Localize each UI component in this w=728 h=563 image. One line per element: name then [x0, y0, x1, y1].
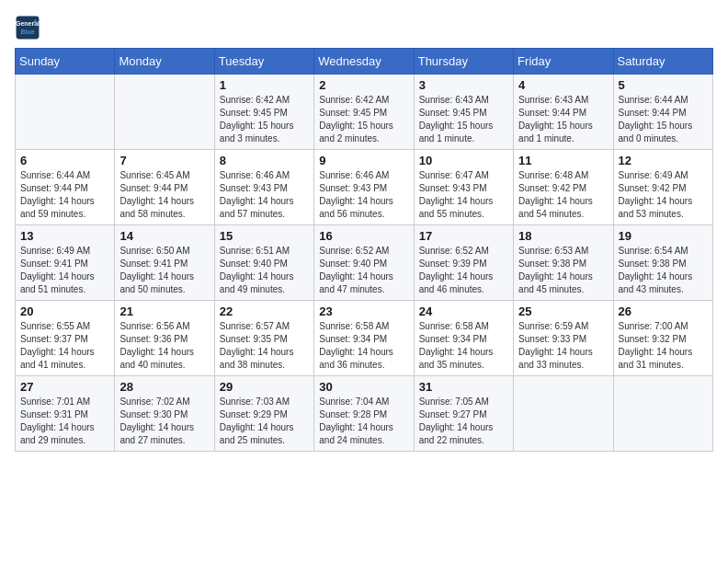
calendar-week-row: 27Sunrise: 7:01 AMSunset: 9:31 PMDayligh…: [16, 376, 713, 452]
day-detail: Sunrise: 6:44 AMSunset: 9:44 PMDaylight:…: [20, 169, 109, 221]
day-number: 15: [220, 229, 309, 243]
calendar-cell: 29Sunrise: 7:03 AMSunset: 9:29 PMDayligh…: [214, 376, 313, 452]
day-number: 16: [319, 229, 408, 243]
calendar-cell: 4Sunrise: 6:43 AMSunset: 9:44 PMDaylight…: [514, 75, 613, 150]
calendar-cell: [115, 75, 214, 150]
weekday-header-tuesday: Tuesday: [214, 49, 313, 75]
day-detail: Sunrise: 6:45 AMSunset: 9:44 PMDaylight:…: [119, 169, 209, 221]
calendar-cell: 2Sunrise: 6:42 AMSunset: 9:45 PMDaylight…: [314, 75, 414, 150]
day-number: 26: [619, 304, 708, 318]
calendar-cell: 3Sunrise: 6:43 AMSunset: 9:45 PMDaylight…: [414, 75, 513, 150]
calendar-cell: 15Sunrise: 6:51 AMSunset: 9:40 PMDayligh…: [214, 225, 313, 301]
calendar-cell: [514, 376, 613, 452]
calendar-cell: 22Sunrise: 6:57 AMSunset: 9:35 PMDayligh…: [214, 301, 313, 376]
calendar-cell: [613, 376, 712, 452]
weekday-header-sunday: Sunday: [16, 49, 115, 75]
day-detail: Sunrise: 6:42 AMSunset: 9:45 PMDaylight:…: [319, 94, 408, 145]
day-detail: Sunrise: 6:46 AMSunset: 9:43 PMDaylight:…: [319, 169, 408, 221]
svg-text:Blue: Blue: [20, 29, 34, 35]
calendar-cell: 23Sunrise: 6:58 AMSunset: 9:34 PMDayligh…: [314, 301, 414, 376]
day-detail: Sunrise: 6:44 AMSunset: 9:44 PMDaylight:…: [619, 94, 708, 145]
day-number: 27: [20, 380, 109, 394]
day-number: 24: [419, 304, 508, 318]
day-detail: Sunrise: 7:01 AMSunset: 9:31 PMDaylight:…: [20, 396, 109, 447]
day-number: 8: [220, 154, 309, 167]
day-number: 6: [20, 154, 109, 167]
day-number: 9: [319, 154, 408, 167]
day-detail: Sunrise: 6:55 AMSunset: 9:37 PMDaylight:…: [20, 320, 109, 372]
calendar-cell: 21Sunrise: 6:56 AMSunset: 9:36 PMDayligh…: [115, 301, 214, 376]
day-detail: Sunrise: 6:52 AMSunset: 9:40 PMDaylight:…: [319, 245, 408, 296]
calendar-cell: 5Sunrise: 6:44 AMSunset: 9:44 PMDaylight…: [613, 75, 712, 150]
weekday-header-monday: Monday: [115, 49, 214, 75]
calendar-cell: 17Sunrise: 6:52 AMSunset: 9:39 PMDayligh…: [414, 225, 513, 301]
calendar-cell: 19Sunrise: 6:54 AMSunset: 9:38 PMDayligh…: [613, 225, 712, 301]
day-detail: Sunrise: 6:49 AMSunset: 9:41 PMDaylight:…: [20, 245, 109, 296]
calendar-cell: 1Sunrise: 6:42 AMSunset: 9:45 PMDaylight…: [214, 75, 313, 150]
day-number: 1: [220, 78, 309, 92]
day-detail: Sunrise: 6:43 AMSunset: 9:44 PMDaylight:…: [518, 94, 608, 145]
calendar-week-row: 6Sunrise: 6:44 AMSunset: 9:44 PMDaylight…: [16, 150, 713, 225]
calendar-cell: 30Sunrise: 7:04 AMSunset: 9:28 PMDayligh…: [314, 376, 414, 452]
day-number: 21: [119, 304, 209, 318]
calendar-cell: 6Sunrise: 6:44 AMSunset: 9:44 PMDaylight…: [16, 150, 115, 225]
day-detail: Sunrise: 6:59 AMSunset: 9:33 PMDaylight:…: [518, 320, 608, 372]
day-detail: Sunrise: 6:56 AMSunset: 9:36 PMDaylight:…: [119, 320, 209, 372]
page-header: General Blue: [15, 15, 713, 40]
calendar-table: SundayMondayTuesdayWednesdayThursdayFrid…: [15, 48, 713, 452]
day-number: 19: [619, 229, 708, 243]
day-number: 17: [419, 229, 508, 243]
day-detail: Sunrise: 6:48 AMSunset: 9:42 PMDaylight:…: [518, 169, 608, 221]
calendar-cell: 8Sunrise: 6:46 AMSunset: 9:43 PMDaylight…: [214, 150, 313, 225]
day-number: 28: [119, 380, 209, 394]
logo-icon: General Blue: [15, 15, 40, 40]
day-number: 23: [319, 304, 408, 318]
calendar-cell: 10Sunrise: 6:47 AMSunset: 9:43 PMDayligh…: [414, 150, 513, 225]
day-detail: Sunrise: 6:57 AMSunset: 9:35 PMDaylight:…: [220, 320, 309, 372]
calendar-cell: 26Sunrise: 7:00 AMSunset: 9:32 PMDayligh…: [613, 301, 712, 376]
day-number: 30: [319, 380, 408, 394]
day-detail: Sunrise: 6:52 AMSunset: 9:39 PMDaylight:…: [419, 245, 508, 296]
calendar-header-row: SundayMondayTuesdayWednesdayThursdayFrid…: [16, 49, 713, 75]
day-number: 2: [319, 78, 408, 92]
day-number: 13: [20, 229, 109, 243]
calendar-cell: 12Sunrise: 6:49 AMSunset: 9:42 PMDayligh…: [613, 150, 712, 225]
day-number: 5: [619, 78, 708, 92]
calendar-cell: 31Sunrise: 7:05 AMSunset: 9:27 PMDayligh…: [414, 376, 513, 452]
day-detail: Sunrise: 6:47 AMSunset: 9:43 PMDaylight:…: [419, 169, 508, 221]
day-detail: Sunrise: 6:58 AMSunset: 9:34 PMDaylight:…: [319, 320, 408, 372]
day-number: 12: [619, 154, 708, 167]
weekday-header-wednesday: Wednesday: [314, 49, 414, 75]
day-detail: Sunrise: 6:53 AMSunset: 9:38 PMDaylight:…: [518, 245, 608, 296]
calendar-cell: 16Sunrise: 6:52 AMSunset: 9:40 PMDayligh…: [314, 225, 414, 301]
day-detail: Sunrise: 7:00 AMSunset: 9:32 PMDaylight:…: [619, 320, 708, 372]
day-detail: Sunrise: 7:04 AMSunset: 9:28 PMDaylight:…: [319, 396, 408, 447]
day-number: 29: [220, 380, 309, 394]
weekday-header-saturday: Saturday: [613, 49, 712, 75]
day-number: 20: [20, 304, 109, 318]
calendar-cell: 9Sunrise: 6:46 AMSunset: 9:43 PMDaylight…: [314, 150, 414, 225]
day-number: 18: [518, 229, 608, 243]
calendar-cell: 13Sunrise: 6:49 AMSunset: 9:41 PMDayligh…: [16, 225, 115, 301]
calendar-cell: 28Sunrise: 7:02 AMSunset: 9:30 PMDayligh…: [115, 376, 214, 452]
calendar-week-row: 13Sunrise: 6:49 AMSunset: 9:41 PMDayligh…: [16, 225, 713, 301]
calendar-cell: 25Sunrise: 6:59 AMSunset: 9:33 PMDayligh…: [514, 301, 613, 376]
day-detail: Sunrise: 6:49 AMSunset: 9:42 PMDaylight:…: [619, 169, 708, 221]
logo: General Blue: [15, 15, 44, 40]
day-detail: Sunrise: 6:51 AMSunset: 9:40 PMDaylight:…: [220, 245, 309, 296]
day-number: 3: [419, 78, 508, 92]
calendar-cell: [16, 75, 115, 150]
day-detail: Sunrise: 6:42 AMSunset: 9:45 PMDaylight:…: [220, 94, 309, 145]
calendar-cell: 18Sunrise: 6:53 AMSunset: 9:38 PMDayligh…: [514, 225, 613, 301]
day-number: 7: [119, 154, 209, 167]
calendar-week-row: 1Sunrise: 6:42 AMSunset: 9:45 PMDaylight…: [16, 75, 713, 150]
day-number: 11: [518, 154, 608, 167]
day-number: 22: [220, 304, 309, 318]
calendar-cell: 20Sunrise: 6:55 AMSunset: 9:37 PMDayligh…: [16, 301, 115, 376]
day-detail: Sunrise: 6:43 AMSunset: 9:45 PMDaylight:…: [419, 94, 508, 145]
calendar-cell: 24Sunrise: 6:58 AMSunset: 9:34 PMDayligh…: [414, 301, 513, 376]
weekday-header-friday: Friday: [514, 49, 613, 75]
calendar-week-row: 20Sunrise: 6:55 AMSunset: 9:37 PMDayligh…: [16, 301, 713, 376]
calendar-cell: 7Sunrise: 6:45 AMSunset: 9:44 PMDaylight…: [115, 150, 214, 225]
day-detail: Sunrise: 7:02 AMSunset: 9:30 PMDaylight:…: [119, 396, 209, 447]
